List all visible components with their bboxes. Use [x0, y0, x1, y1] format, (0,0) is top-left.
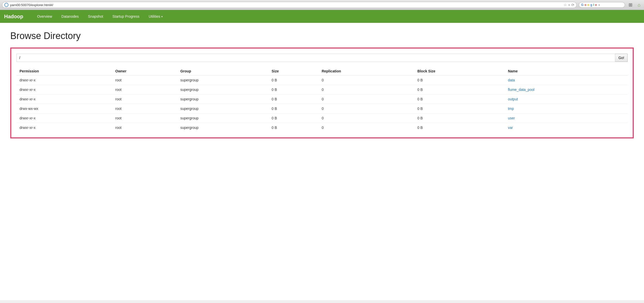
cell-block-size: 0 B [414, 113, 505, 123]
cell-permission: drwxr-xr-x [16, 94, 112, 104]
cell-owner: root [112, 75, 177, 85]
star-icon[interactable]: ☆ [564, 3, 567, 7]
go-button[interactable]: Go! [615, 54, 628, 62]
dir-link-user[interactable]: user [508, 116, 515, 120]
cell-owner: root [112, 94, 177, 104]
cell-name: user [505, 113, 628, 123]
cell-name: tmp [505, 104, 628, 113]
cell-permission: drwxr-xr-x [16, 85, 112, 94]
nav-item-startup-progress[interactable]: Startup Progress [108, 11, 144, 22]
cell-owner: root [112, 123, 177, 132]
path-input[interactable] [16, 54, 615, 62]
cell-block-size: 0 B [414, 75, 505, 85]
google-logo: G [581, 3, 583, 7]
cell-replication: 0 [319, 104, 414, 113]
search-dropdown-arrow[interactable]: ▾ [599, 4, 600, 6]
dir-link-flume_data_pool[interactable]: flume_data_pool [508, 88, 535, 92]
table-row: drwxr-xr-xrootsupergroup0 B00 Bdata [16, 75, 628, 85]
cell-name: var [505, 123, 628, 132]
directory-panel: Go! Permission Owner Group Size Replicat… [10, 48, 634, 138]
cell-owner: root [112, 85, 177, 94]
browser-menu-button[interactable]: ⊞ [627, 2, 634, 8]
dir-link-var[interactable]: var [508, 126, 513, 130]
col-name: Name [505, 67, 628, 75]
cell-replication: 0 [319, 75, 414, 85]
utilities-dropdown-arrow: ▾ [161, 15, 163, 18]
cell-size: 0 B [268, 85, 319, 94]
globe-icon [4, 3, 8, 7]
main-content: Browse Directory Go! Permission Owner Gr… [0, 23, 644, 300]
cell-group: supergroup [177, 94, 268, 104]
dropdown-arrow[interactable]: ▾ [568, 4, 570, 6]
address-bar[interactable]: yarn00:50070/explorer.html#/ ☆ ▾ ⟳ [2, 2, 577, 8]
cell-size: 0 B [268, 104, 319, 113]
dir-link-data[interactable]: data [508, 78, 515, 82]
cell-block-size: 0 B [414, 94, 505, 104]
directory-table: Permission Owner Group Size Replication … [16, 67, 628, 132]
table-header: Permission Owner Group Size Replication … [16, 67, 628, 75]
cell-owner: root [112, 113, 177, 123]
cell-name: flume_data_pool [505, 85, 628, 94]
cell-group: supergroup [177, 75, 268, 85]
dir-link-output[interactable]: output [508, 97, 518, 101]
cell-name: data [505, 75, 628, 85]
col-replication: Replication [319, 67, 414, 75]
search-bar[interactable]: G o o g l e ▾ [579, 2, 625, 8]
nav-item-datanodes[interactable]: Datanodes [57, 11, 83, 22]
navbar-brand[interactable]: Hadoop [4, 11, 27, 23]
cell-permission: drwxr-xr-x [16, 123, 112, 132]
path-row: Go! [16, 54, 628, 62]
cell-block-size: 0 B [414, 85, 505, 94]
cell-block-size: 0 B [414, 123, 505, 132]
cell-permission: drwx-wx-wx [16, 104, 112, 113]
cell-replication: 0 [319, 85, 414, 94]
cell-permission: drwxr-xr-x [16, 113, 112, 123]
cell-block-size: 0 B [414, 104, 505, 113]
col-size: Size [268, 67, 319, 75]
table-row: drwxr-xr-xrootsupergroup0 B00 Bvar [16, 123, 628, 132]
cell-replication: 0 [319, 94, 414, 104]
cell-group: supergroup [177, 113, 268, 123]
table-body: drwxr-xr-xrootsupergroup0 B00 Bdatadrwxr… [16, 75, 628, 132]
nav-item-overview[interactable]: Overview [32, 11, 57, 22]
navbar: Hadoop Overview Datanodes Snapshot Start… [0, 10, 644, 23]
nav-item-snapshot[interactable]: Snapshot [83, 11, 108, 22]
col-owner: Owner [112, 67, 177, 75]
page-title: Browse Directory [10, 31, 634, 41]
address-text: yarn00:50070/explorer.html#/ [10, 3, 562, 7]
cell-size: 0 B [268, 123, 319, 132]
cell-size: 0 B [268, 113, 319, 123]
cell-name: output [505, 94, 628, 104]
col-block-size: Block Size [414, 67, 505, 75]
cell-owner: root [112, 104, 177, 113]
cell-size: 0 B [268, 94, 319, 104]
table-row: drwxr-xr-xrootsupergroup0 B00 Boutput [16, 94, 628, 104]
table-row: drwxr-xr-xrootsupergroup0 B00 Bflume_dat… [16, 85, 628, 94]
col-group: Group [177, 67, 268, 75]
cell-replication: 0 [319, 123, 414, 132]
table-row: drwx-wx-wxrootsupergroup0 B00 Btmp [16, 104, 628, 113]
cell-group: supergroup [177, 85, 268, 94]
cell-group: supergroup [177, 123, 268, 132]
table-row: drwxr-xr-xrootsupergroup0 B00 Buser [16, 113, 628, 123]
col-permission: Permission [16, 67, 112, 75]
cell-replication: 0 [319, 113, 414, 123]
cell-group: supergroup [177, 104, 268, 113]
home-button[interactable]: ⌂ [636, 2, 642, 8]
cell-size: 0 B [268, 75, 319, 85]
nav-item-utilities[interactable]: Utilities ▾ [144, 11, 167, 22]
cell-permission: drwxr-xr-x [16, 75, 112, 85]
browser-chrome: yarn00:50070/explorer.html#/ ☆ ▾ ⟳ G o o… [0, 0, 644, 10]
refresh-icon[interactable]: ⟳ [571, 3, 574, 7]
dir-link-tmp[interactable]: tmp [508, 107, 514, 111]
